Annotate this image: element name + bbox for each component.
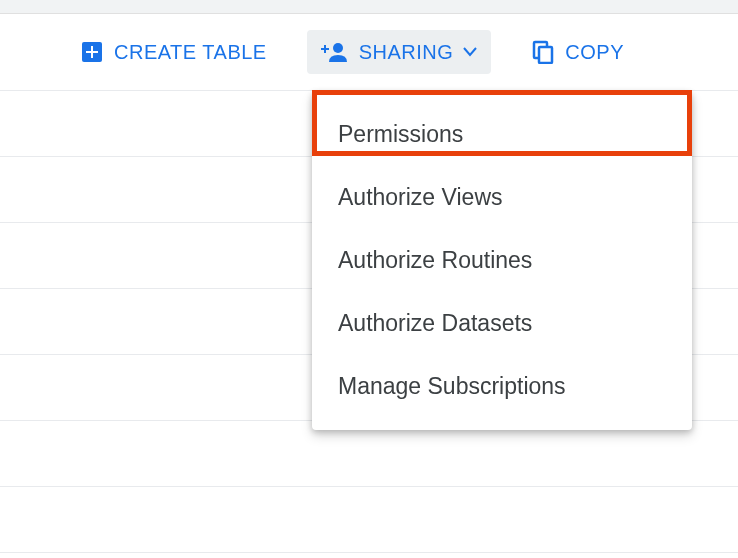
sharing-label: Sharing [359, 41, 454, 64]
menu-item-authorize-datasets[interactable]: Authorize Datasets [312, 292, 692, 355]
create-table-button[interactable]: Create Table [66, 30, 281, 74]
toolbar: Create Table Sharing Copy [0, 14, 738, 90]
menu-item-manage-subscriptions[interactable]: Manage Subscriptions [312, 355, 692, 418]
svg-rect-7 [539, 47, 552, 63]
rows-container: Permissions Authorize Views Authorize Ro… [0, 90, 738, 558]
menu-item-permissions[interactable]: Permissions [312, 103, 692, 166]
copy-label: Copy [565, 41, 624, 64]
menu-item-authorize-routines[interactable]: Authorize Routines [312, 229, 692, 292]
plus-icon [80, 40, 104, 64]
copy-button[interactable]: Copy [517, 30, 638, 74]
add-person-icon [321, 40, 349, 64]
copy-icon [531, 40, 555, 64]
svg-rect-5 [321, 48, 329, 50]
create-table-label: Create Table [114, 41, 267, 64]
top-bar [0, 0, 738, 14]
table-row [0, 552, 738, 558]
menu-item-authorize-views[interactable]: Authorize Views [312, 166, 692, 229]
svg-rect-2 [86, 51, 98, 53]
table-row [0, 486, 738, 552]
sharing-button[interactable]: Sharing [307, 30, 492, 74]
svg-point-3 [333, 43, 343, 53]
chevron-down-icon [463, 47, 477, 57]
sharing-dropdown-menu: Permissions Authorize Views Authorize Ro… [312, 91, 692, 430]
